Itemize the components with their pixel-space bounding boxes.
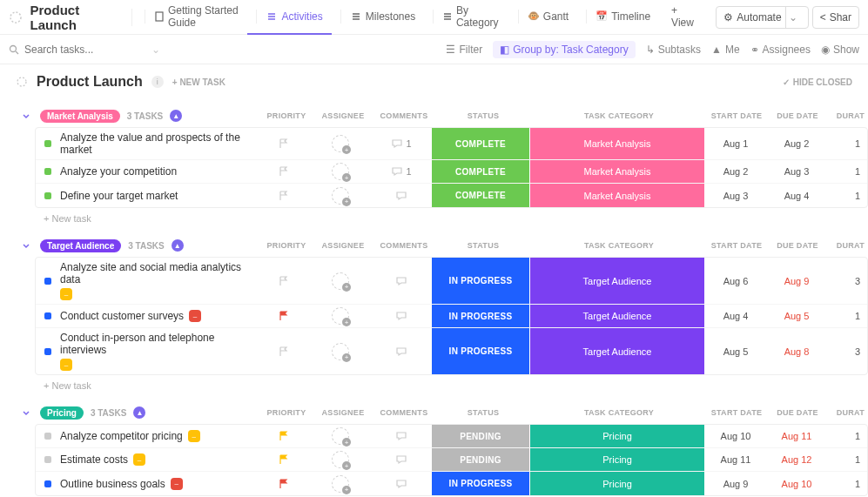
- col-header-status[interactable]: STATUS: [434, 408, 532, 417]
- filter-button[interactable]: ☰Filter: [446, 44, 482, 56]
- assignee-add-icon[interactable]: [332, 475, 349, 493]
- task-name[interactable]: Outline business goals–: [60, 474, 258, 494]
- comments-cell[interactable]: 1: [371, 128, 432, 159]
- subtask-indicator-icon[interactable]: –: [60, 288, 72, 300]
- task-row[interactable]: Analyze your competition1COMPLETEMarket …: [36, 160, 867, 184]
- assignee-cell[interactable]: [310, 328, 371, 374]
- col-header-assignee[interactable]: ASSIGNEE: [313, 111, 373, 120]
- assignee-cell[interactable]: [310, 425, 371, 447]
- due-date-cell[interactable]: Aug 12: [766, 448, 827, 471]
- new-task-button[interactable]: + New task: [0, 375, 868, 396]
- start-date-cell[interactable]: Aug 10: [705, 425, 766, 447]
- priority-cell[interactable]: [258, 258, 310, 304]
- category-cell[interactable]: Pricing: [530, 472, 704, 495]
- start-date-cell[interactable]: Aug 6: [705, 258, 766, 304]
- priority-cell[interactable]: [258, 305, 310, 327]
- priority-cell[interactable]: [258, 448, 310, 471]
- task-name[interactable]: Define your target market: [60, 186, 258, 205]
- assignee-cell[interactable]: [310, 184, 371, 207]
- col-header-assignee[interactable]: ASSIGNEE: [313, 408, 373, 417]
- col-header-priority[interactable]: PRIORITY: [260, 111, 313, 120]
- due-date-cell[interactable]: Aug 9: [766, 258, 827, 304]
- status-cell[interactable]: PENDING: [432, 425, 529, 447]
- status-cell[interactable]: IN PROGRESS: [432, 258, 529, 304]
- task-row[interactable]: Conduct in-person and telephone intervie…: [36, 328, 867, 374]
- comments-cell[interactable]: [371, 448, 432, 471]
- status-box-icon[interactable]: [44, 168, 51, 175]
- show-button[interactable]: ◉Show: [821, 44, 859, 56]
- group-collapse-icon[interactable]: [21, 406, 33, 419]
- task-name[interactable]: Analyze the value and prospects of the m…: [60, 128, 258, 159]
- hide-closed-toggle[interactable]: ✓ HIDE CLOSED: [783, 77, 852, 87]
- assignee-add-icon[interactable]: [332, 451, 349, 468]
- group-name-pill[interactable]: Market Analysis: [40, 110, 120, 123]
- col-header-category[interactable]: TASK CATEGORY: [532, 111, 706, 120]
- subtask-indicator-icon[interactable]: –: [171, 478, 183, 490]
- category-cell[interactable]: Pricing: [530, 425, 704, 447]
- comments-cell[interactable]: [371, 184, 432, 207]
- due-date-cell[interactable]: Aug 10: [766, 472, 827, 495]
- duration-cell[interactable]: 3: [827, 328, 867, 374]
- category-cell[interactable]: Target Audience: [530, 328, 704, 374]
- start-date-cell[interactable]: Aug 1: [705, 128, 766, 159]
- category-cell[interactable]: Target Audience: [530, 305, 704, 327]
- assignee-cell[interactable]: [310, 472, 371, 495]
- status-box-icon[interactable]: [44, 480, 51, 487]
- view-tab-by-category[interactable]: By Category: [424, 0, 509, 35]
- priority-cell[interactable]: [258, 328, 310, 374]
- status-box-icon[interactable]: [44, 456, 51, 463]
- col-header-due-date[interactable]: DUE DATE: [767, 241, 828, 250]
- automate-button[interactable]: ⚙ Automate ⌄: [716, 6, 808, 29]
- collapse-icon[interactable]: [16, 76, 28, 88]
- group-collapse-icon[interactable]: [21, 110, 33, 122]
- start-date-cell[interactable]: Aug 4: [705, 305, 766, 327]
- task-name[interactable]: Analyze your competition: [60, 162, 258, 181]
- assignee-cell[interactable]: [310, 160, 371, 183]
- category-cell[interactable]: Target Audience: [530, 258, 704, 304]
- group-collapse-icon[interactable]: [21, 239, 33, 252]
- due-date-cell[interactable]: Aug 4: [766, 184, 827, 207]
- task-row[interactable]: Analyze site and social media analytics …: [36, 258, 867, 305]
- status-cell[interactable]: PENDING: [432, 448, 529, 471]
- task-name[interactable]: Analyze site and social media analytics …: [60, 258, 258, 304]
- assignee-cell[interactable]: [310, 128, 371, 159]
- col-header-comments[interactable]: COMMENTS: [373, 408, 434, 417]
- col-header-priority[interactable]: PRIORITY: [260, 241, 313, 250]
- start-date-cell[interactable]: Aug 9: [705, 472, 766, 495]
- comments-cell[interactable]: [371, 472, 432, 495]
- comments-cell[interactable]: [371, 425, 432, 447]
- sort-indicator-icon[interactable]: ▲: [170, 110, 182, 122]
- col-header-assignee[interactable]: ASSIGNEE: [313, 241, 373, 250]
- col-header-comments[interactable]: COMMENTS: [373, 241, 434, 250]
- priority-cell[interactable]: [258, 472, 310, 495]
- comments-cell[interactable]: [371, 305, 432, 327]
- task-name[interactable]: Analyze competitor pricing–: [60, 426, 258, 446]
- due-date-cell[interactable]: Aug 11: [766, 425, 827, 447]
- assignee-cell[interactable]: [310, 258, 371, 304]
- col-header-duration[interactable]: DURAT: [828, 241, 868, 250]
- col-header-due-date[interactable]: DUE DATE: [767, 111, 828, 120]
- sort-indicator-icon[interactable]: ▲: [172, 239, 184, 252]
- col-header-start-date[interactable]: START DATE: [706, 408, 767, 417]
- assignees-button[interactable]: ⚭Assignees: [750, 44, 811, 56]
- status-box-icon[interactable]: [44, 433, 51, 440]
- search-input[interactable]: [24, 44, 146, 56]
- start-date-cell[interactable]: Aug 2: [705, 160, 766, 183]
- task-name[interactable]: Conduct customer surveys–: [60, 306, 258, 326]
- chevron-down-icon[interactable]: ⌄: [151, 44, 160, 56]
- col-header-due-date[interactable]: DUE DATE: [767, 408, 828, 417]
- priority-cell[interactable]: [258, 184, 310, 207]
- group-name-pill[interactable]: Target Audience: [40, 239, 121, 252]
- task-name[interactable]: Estimate costs–: [60, 450, 258, 469]
- priority-cell[interactable]: [258, 128, 310, 159]
- status-cell[interactable]: COMPLETE: [432, 160, 529, 183]
- start-date-cell[interactable]: Aug 3: [705, 184, 766, 207]
- due-date-cell[interactable]: Aug 8: [766, 328, 827, 374]
- start-date-cell[interactable]: Aug 11: [705, 448, 766, 471]
- priority-cell[interactable]: [258, 425, 310, 447]
- due-date-cell[interactable]: Aug 2: [766, 128, 827, 159]
- assignee-add-icon[interactable]: [332, 163, 349, 180]
- assignee-add-icon[interactable]: [332, 427, 349, 445]
- new-task-button[interactable]: + New task: [0, 208, 868, 229]
- assignee-cell[interactable]: [310, 448, 371, 471]
